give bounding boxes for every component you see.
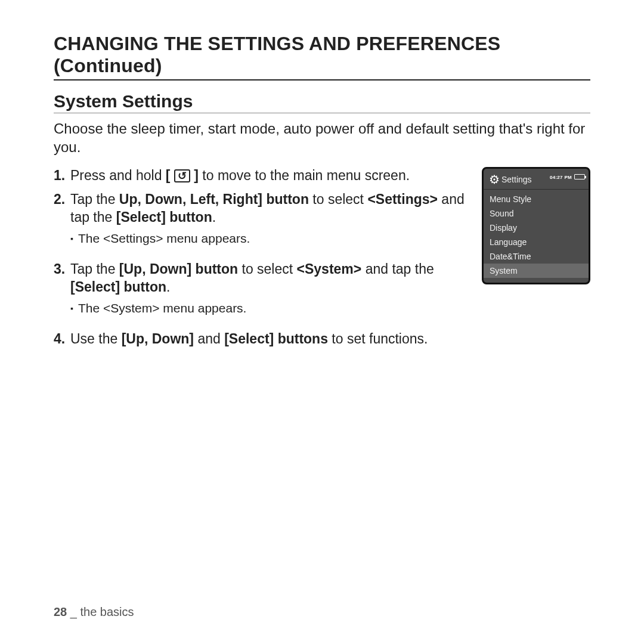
footer-chapter: the basics: [80, 605, 134, 618]
gear-icon: ⚙: [487, 172, 501, 187]
device-title: Settings: [501, 175, 532, 184]
step-sub: The <Settings> menu appears.: [70, 230, 473, 246]
device-time: 04:27 PM: [550, 175, 572, 180]
step-text: .: [212, 209, 216, 225]
step-text: and: [194, 331, 224, 346]
page-footer: 28 _ the basics: [54, 605, 134, 619]
divider: [484, 189, 589, 190]
step-text: .: [166, 279, 170, 295]
battery-icon: [574, 174, 585, 179]
step-text: to set functions.: [328, 331, 428, 346]
page-title: CHANGING THE SETTINGS AND PREFERENCES (C…: [54, 33, 590, 80]
step-number: 3.: [54, 261, 70, 324]
step-3: 3. Tap the [Up, Down] button to select <…: [54, 261, 473, 324]
step-number: 4.: [54, 330, 70, 348]
intro-text: Choose the sleep timer, start mode, auto…: [54, 119, 590, 156]
step-text: Press and hold: [70, 168, 166, 183]
back-key-close: ]: [190, 168, 199, 183]
step-bold: [Up, Down]: [122, 331, 194, 346]
back-icon: ↺: [174, 169, 190, 182]
step-4: 4. Use the [Up, Down] and [Select] butto…: [54, 330, 473, 348]
section-title: System Settings: [54, 91, 590, 113]
device-header: ⚙ Settings 04:27 PM: [484, 172, 589, 189]
step-text: to select: [238, 261, 296, 277]
device-menu-item: Language: [484, 235, 589, 249]
step-number: 2.: [54, 191, 70, 255]
step-bold: [Select] button: [70, 279, 166, 295]
step-text: to move to the main menu screen.: [199, 168, 410, 183]
step-text: and tap the: [361, 261, 434, 277]
step-text: Tap the: [70, 191, 119, 207]
device-menu-item: Display: [484, 221, 589, 235]
step-bold: [Select] buttons: [224, 331, 328, 346]
step-2: 2. Tap the Up, Down, Left, Right] button…: [54, 191, 473, 255]
step-bold: Up, Down, Left, Right] button: [119, 191, 309, 207]
device-screenshot: ⚙ Settings 04:27 PM Menu Style Sound Dis…: [482, 167, 590, 284]
step-number: 1.: [54, 167, 70, 185]
device-menu-item: Menu Style: [484, 192, 589, 206]
footer-sep: _: [67, 605, 80, 618]
back-key-open: [: [166, 168, 174, 183]
step-bold: <System>: [297, 261, 362, 277]
step-sub: The <System> menu appears.: [70, 300, 473, 316]
device-menu-item: Sound: [484, 206, 589, 221]
step-bold: <Settings>: [367, 191, 438, 207]
step-1: 1. Press and hold [ ↺ ] to move to the m…: [54, 167, 473, 185]
steps-list: 1. Press and hold [ ↺ ] to move to the m…: [54, 167, 473, 354]
step-bold: [Select] button: [116, 209, 212, 225]
device-menu-item-selected: System: [484, 264, 589, 278]
step-text: to select: [309, 191, 367, 207]
step-bold: [Up, Down] button: [119, 261, 238, 277]
device-menu-item: Date&Time: [484, 249, 589, 264]
step-text: Tap the: [70, 261, 119, 277]
page-number: 28: [54, 605, 67, 618]
step-text: Use the: [70, 331, 122, 346]
